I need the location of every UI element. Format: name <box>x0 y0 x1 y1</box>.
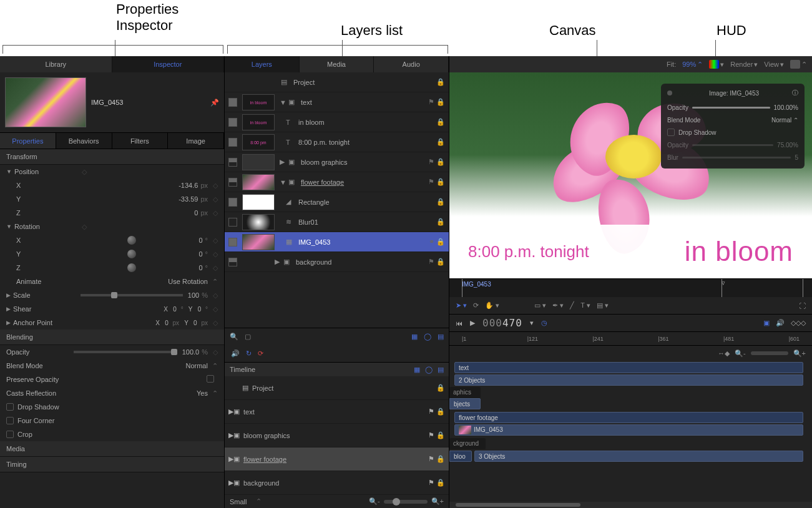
tab-inspector[interactable]: Inspector <box>112 56 225 72</box>
timeline-tracks[interactable]: text 2 Objects aphics bjects flower foot… <box>449 361 812 502</box>
audio-icon[interactable]: 🔊 <box>776 319 785 327</box>
pin-icon[interactable]: 📌 <box>210 99 219 107</box>
opacity-slider[interactable] <box>74 351 177 353</box>
hud-blendmode-value[interactable]: Normal ⌃ <box>771 117 798 124</box>
tab-behaviors[interactable]: Behaviors <box>56 133 112 149</box>
zoom-slider[interactable] <box>751 351 788 355</box>
track-img[interactable]: IMG_0453 <box>454 424 803 436</box>
layer-img0453[interactable]: ▦IMG_0453⚭ 🔒 <box>225 232 449 252</box>
prop-rotation-z[interactable]: Z0°◇ <box>0 261 224 275</box>
info-icon[interactable]: ⓘ <box>792 89 798 97</box>
visibility-toggle[interactable] <box>228 98 237 107</box>
dial-icon[interactable] <box>127 250 136 258</box>
prop-position-z[interactable]: Z0px◇ <box>0 206 224 220</box>
scale-slider[interactable] <box>81 294 183 296</box>
prop-fourcorner[interactable]: Four Corner <box>0 414 224 427</box>
layer-blur01[interactable]: ≋Blur01🔒 <box>225 212 449 232</box>
visibility-toggle[interactable] <box>228 198 237 207</box>
visibility-toggle[interactable] <box>228 158 237 167</box>
dial-icon[interactable] <box>127 263 136 272</box>
layer-text-group[interactable]: in bloom▼▣text⚑ 🔒 <box>225 92 449 112</box>
out-marker[interactable] <box>803 279 803 297</box>
layer-background[interactable]: ▶▣background⚑ 🔒 <box>225 252 449 272</box>
prop-dropshadow[interactable]: Drop Shadow <box>0 400 224 414</box>
prop-rotation-x[interactable]: X0°◇ <box>0 233 224 247</box>
prop-animate[interactable]: AnimateUse Rotation ⌃ <box>0 275 224 288</box>
visibility-toggle[interactable] <box>228 238 237 247</box>
prop-blendmode[interactable]: Blend ModeNormal ⌃ <box>0 359 224 373</box>
flag-icon[interactable]: ⚑ 🔒 <box>428 178 445 186</box>
prop-opacity[interactable]: Opacity100.0%◇ <box>0 345 224 359</box>
tl-bloom[interactable]: ▶▣bloom graphics⚑ 🔒 <box>225 424 449 447</box>
lock-icon[interactable]: 🔒 <box>436 118 445 126</box>
brush-tool-icon[interactable]: ╱ <box>570 301 574 310</box>
lock-icon[interactable]: ⚑ 🔒 <box>428 408 445 416</box>
mini-ruler[interactable]: ▿ IMG_0453 <box>449 278 812 297</box>
visibility-toggle[interactable] <box>228 118 237 127</box>
pen-tool-icon[interactable]: ✒ ▾ <box>552 301 564 310</box>
mask-icon[interactable]: ▦ <box>411 333 418 341</box>
prop-crop[interactable]: Crop <box>0 427 224 441</box>
tl-bg[interactable]: ▶▣background⚑ 🔒 <box>225 471 449 495</box>
loop-icon[interactable]: ↻ <box>246 349 252 358</box>
zoom-in-icon[interactable]: 🔍+ <box>431 497 444 506</box>
hud-blur-slider[interactable] <box>682 157 791 159</box>
tl-flower[interactable]: ▶▣flower footage⚑ 🔒 <box>225 447 449 471</box>
prop-preserve-opacity[interactable]: Preserve Opacity <box>0 373 224 386</box>
layer-project[interactable]: ▤Project🔒 <box>225 72 449 92</box>
lock-icon[interactable]: ⚑ 🔒 <box>428 455 445 463</box>
clock-icon[interactable]: ◷ <box>541 319 547 327</box>
fullscreen-icon[interactable]: ⛶ <box>799 302 806 310</box>
visibility-toggle[interactable] <box>228 258 237 266</box>
in-marker[interactable] <box>462 279 462 297</box>
zoom-in-icon[interactable]: 🔍+ <box>793 349 806 358</box>
prop-casts-reflection[interactable]: Casts ReflectionYes ⌃ <box>0 386 224 400</box>
markers-icon[interactable]: ◇◇◇ <box>791 319 806 327</box>
hud-panel[interactable]: Image: IMG_0453ⓘ Opacity100.00% Blend Mo… <box>661 84 805 169</box>
tab-properties[interactable]: Properties <box>0 133 56 149</box>
mask-icon[interactable]: ▦ <box>414 366 420 374</box>
flag-icon[interactable]: ⚑ 🔒 <box>428 158 445 166</box>
hand-tool-icon[interactable]: ✋ ▾ <box>485 301 499 310</box>
lock-icon[interactable]: 🔒 <box>436 78 445 86</box>
play-icon[interactable]: ▶ <box>470 319 475 327</box>
tab-audio[interactable]: Audio <box>374 56 449 72</box>
stack-icon[interactable]: ▤ <box>438 366 444 374</box>
lock-icon[interactable]: ⚑ 🔒 <box>428 431 445 439</box>
layer-rectangle[interactable]: ◢Rectangle🔒 <box>225 192 449 212</box>
lock-icon[interactable]: ⚑ 🔒 <box>428 479 445 487</box>
keyframe-icon[interactable]: ▣ <box>763 319 770 327</box>
layer-inbloom[interactable]: in bloomTin bloom🔒 <box>225 112 449 132</box>
text-tool-icon[interactable]: T ▾ <box>580 301 590 310</box>
lock-icon[interactable]: 🔒 <box>436 198 445 206</box>
transform-icon[interactable]: ⟳ <box>473 301 479 310</box>
flag-icon[interactable]: ⚑ 🔒 <box>428 98 445 106</box>
tab-filters[interactable]: Filters <box>112 133 169 149</box>
hud-opacity-slider[interactable] <box>692 107 770 109</box>
tl-text[interactable]: ▶▣text⚑ 🔒 <box>225 400 449 424</box>
gear-icon[interactable]: ◯ <box>424 333 431 341</box>
visibility-toggle[interactable] <box>228 218 237 227</box>
tab-library[interactable]: Library <box>0 56 112 72</box>
arrow-tool-icon[interactable]: ➤ ▾ <box>456 301 467 310</box>
hud-close-icon[interactable] <box>667 90 672 95</box>
timeline-scrollbar[interactable] <box>449 502 812 508</box>
lock-icon[interactable]: 🔒 <box>436 218 445 226</box>
record-icon[interactable]: ⟳ <box>258 349 263 358</box>
track-text[interactable]: text <box>454 362 803 373</box>
tl-project[interactable]: ▤Project🔒 <box>225 376 449 400</box>
prop-shear[interactable]: ▶ShearX 0 ° Y 0 °◇ <box>0 302 224 316</box>
prop-position[interactable]: ▼Position◇ <box>0 165 224 178</box>
snap-icon[interactable]: ↔◆ <box>718 349 730 358</box>
track-flower[interactable]: flower footage <box>454 412 803 423</box>
prop-scale[interactable]: ▶Scale100%◇ <box>0 288 224 302</box>
mask-tool-icon[interactable]: ▤ ▾ <box>597 301 609 310</box>
prop-rotation-y[interactable]: Y0°◇ <box>0 247 224 261</box>
timecode-dropdown-icon[interactable]: ▾ <box>530 319 534 327</box>
render-menu[interactable]: Render ▾ <box>730 61 758 69</box>
zoom-out-icon[interactable]: 🔍- <box>369 497 380 506</box>
tab-image[interactable]: Image <box>168 133 224 149</box>
visibility-toggle[interactable] <box>228 138 237 147</box>
frame-icon[interactable]: ▢ <box>245 333 251 341</box>
prop-rotation[interactable]: ▼Rotation◇ <box>0 220 224 233</box>
